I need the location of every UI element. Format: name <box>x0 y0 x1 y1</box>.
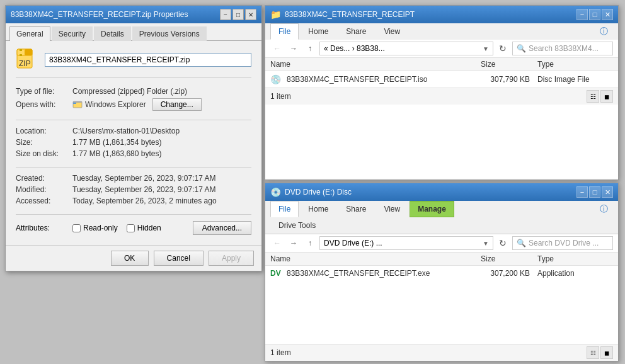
created-label: Created: <box>16 174 72 183</box>
ribbon-tab-home-bottom[interactable]: Home <box>300 201 336 217</box>
forward-button-bottom[interactable]: → <box>287 236 301 250</box>
search-box-bottom[interactable]: 🔍 Search DVD Drive ... <box>512 236 613 250</box>
forward-button-top[interactable]: → <box>287 42 301 55</box>
column-headers-top: Name Size Type <box>265 58 618 71</box>
accessed-row: Accessed: Today, September 26, 2023, 2 m… <box>16 196 251 205</box>
readonly-checkbox[interactable] <box>72 224 81 232</box>
hidden-checkbox-label[interactable]: Hidden <box>127 224 161 232</box>
hidden-checkbox[interactable] <box>127 224 135 232</box>
change-button[interactable]: Change... <box>152 98 202 111</box>
ribbon-tab-file[interactable]: File <box>270 23 299 40</box>
ribbon-tab-file-bottom[interactable]: File <box>270 201 299 217</box>
dialog-titlebar: 83B38XM4C_ETRANSFER_RECEIPT.zip Properti… <box>6 6 261 23</box>
view-buttons-bottom: ☷ ◼ <box>587 346 613 359</box>
col-header-name-top[interactable]: Name <box>270 60 481 69</box>
large-icons-view-top[interactable]: ◼ <box>600 90 613 103</box>
large-icons-view-bottom[interactable]: ◼ <box>600 346 613 359</box>
refresh-button-top[interactable]: ↻ <box>496 42 510 55</box>
opens-with-label: Opens with: <box>16 100 72 109</box>
readonly-checkbox-label[interactable]: Read-only <box>72 224 118 232</box>
ribbon-tab-drive-tools[interactable]: Drive Tools <box>270 217 324 234</box>
column-headers-bottom: Name Size Type <box>265 253 618 266</box>
search-placeholder-bottom: Search DVD Drive ... <box>529 239 599 247</box>
explorer-bottom-close[interactable]: ✕ <box>602 186 613 198</box>
location-row: Location: C:\Users\mx-station-01\Desktop <box>16 127 251 135</box>
svg-rect-10 <box>73 101 82 103</box>
address-chevron-top: ▼ <box>483 45 489 52</box>
accessed-value: Today, September 26, 2023, 2 minutes ago <box>72 196 217 205</box>
back-button-bottom[interactable]: ← <box>270 236 284 250</box>
apply-button[interactable]: Apply <box>209 251 254 266</box>
tab-security[interactable]: Security <box>52 26 93 41</box>
explorer-top-minimize[interactable]: − <box>576 9 588 20</box>
explorer-window-bottom: 💿 DVD Drive (E:) Disc − □ ✕ File Home Sh… <box>265 183 619 361</box>
table-row[interactable]: 💿 83B38XM4C_ETRANSFER_RECEIPT.iso 307,79… <box>265 72 618 86</box>
accessed-label: Accessed: <box>16 196 72 205</box>
back-button-top[interactable]: ← <box>270 42 284 55</box>
search-placeholder-top: Search 83B38XM4... <box>529 44 599 53</box>
ribbon-tab-share[interactable]: Share <box>338 23 374 40</box>
status-bar-bottom: 1 item ☷ ◼ <box>265 344 618 361</box>
col-header-size-bottom[interactable]: Size <box>481 254 537 263</box>
refresh-button-bottom[interactable]: ↻ <box>496 236 510 250</box>
col-header-type-bottom[interactable]: Type <box>537 254 613 263</box>
ribbon-tab-manage[interactable]: Manage <box>410 201 454 217</box>
col-header-size-top[interactable]: Size <box>481 60 537 69</box>
modified-value: Tuesday, September 26, 2023, 9:07:17 AM <box>72 185 215 194</box>
tab-general[interactable]: General <box>9 26 50 41</box>
help-button-top[interactable]: ⓘ <box>595 23 613 40</box>
up-button-bottom[interactable]: ↑ <box>303 236 317 250</box>
modified-row: Modified: Tuesday, September 26, 2023, 9… <box>16 185 251 194</box>
opens-with-value: Windows Explorer <box>85 100 146 109</box>
svg-rect-2 <box>25 49 32 55</box>
search-icon-bottom: 🔍 <box>517 239 526 247</box>
table-row[interactable]: DV 83B38XM4C_ETRANSFER_RECEIPT.exe 307,2… <box>265 267 618 280</box>
address-chevron-bottom: ▼ <box>483 240 489 247</box>
explorer-bottom-ribbon-tabs: File Home Share View Manage ⓘ <box>265 201 618 217</box>
explorer-top-maximize[interactable]: □ <box>589 9 600 20</box>
file-header: ZIP <box>16 48 251 78</box>
windows-explorer-icon <box>72 100 83 110</box>
maximize-button[interactable]: □ <box>232 9 244 20</box>
filename-input[interactable] <box>45 53 251 67</box>
file-size-exe: 307,200 KB <box>481 269 537 278</box>
explorer-bottom-minimize[interactable]: − <box>576 186 588 198</box>
col-header-name-bottom[interactable]: Name <box>270 254 481 263</box>
address-box-top[interactable]: « Des... › 83B38... ▼ <box>319 42 493 55</box>
details-view-top[interactable]: ☷ <box>587 90 599 103</box>
col-header-type-top[interactable]: Type <box>537 60 613 69</box>
explorer-bottom-controls: − □ ✕ <box>576 186 613 198</box>
explorer-top-close[interactable]: ✕ <box>602 9 613 20</box>
ribbon-tab-view-bottom[interactable]: View <box>376 201 408 217</box>
created-row: Created: Tuesday, September 26, 2023, 9:… <box>16 174 251 183</box>
dates-section: Created: Tuesday, September 26, 2023, 9:… <box>16 174 251 215</box>
size-on-disk-row: Size on disk: 1.77 MB (1,863,680 bytes) <box>16 149 251 158</box>
search-box-top[interactable]: 🔍 Search 83B38XM4... <box>512 42 613 55</box>
ok-button[interactable]: OK <box>111 251 149 266</box>
file-type-exe: Application <box>537 269 613 278</box>
modified-label: Modified: <box>16 185 72 194</box>
tab-details[interactable]: Details <box>94 26 131 41</box>
file-icon-exe: DV <box>270 269 283 278</box>
help-button-bottom[interactable]: ⓘ <box>595 201 613 217</box>
ribbon-tab-share-bottom[interactable]: Share <box>338 201 374 217</box>
location-label: Location: <box>16 127 72 135</box>
address-box-bottom[interactable]: DVD Drive (E:) ... ▼ <box>319 236 493 250</box>
up-button-top[interactable]: ↑ <box>303 42 317 55</box>
ribbon-tab-home[interactable]: Home <box>300 23 336 40</box>
tab-previous-versions[interactable]: Previous Versions <box>132 26 207 41</box>
details-view-bottom[interactable]: ☷ <box>587 346 599 359</box>
dialog-content: ZIP Type of file: Compressed (zipped) Fo… <box>6 41 261 245</box>
minimize-button[interactable]: − <box>220 9 231 20</box>
svg-rect-4 <box>20 52 22 54</box>
close-button[interactable]: ✕ <box>245 9 256 20</box>
explorer-bottom-maximize[interactable]: □ <box>589 186 600 198</box>
explorer-bottom-address-bar: ← → ↑ DVD Drive (E:) ... ▼ ↻ 🔍 Search DV… <box>265 234 618 253</box>
explorer-top-title-left: 📁 83B38XM4C_ETRANSFER_RECEIPT <box>270 9 415 20</box>
dialog-title: 83B38XM4C_ETRANSFER_RECEIPT.zip Properti… <box>11 10 188 19</box>
dialog-titlebar-controls: − □ ✕ <box>220 9 256 20</box>
folder-icon: 📁 <box>270 9 281 20</box>
cancel-button[interactable]: Cancel <box>154 251 204 266</box>
ribbon-tab-view[interactable]: View <box>376 23 408 40</box>
advanced-button[interactable]: Advanced... <box>193 221 251 235</box>
